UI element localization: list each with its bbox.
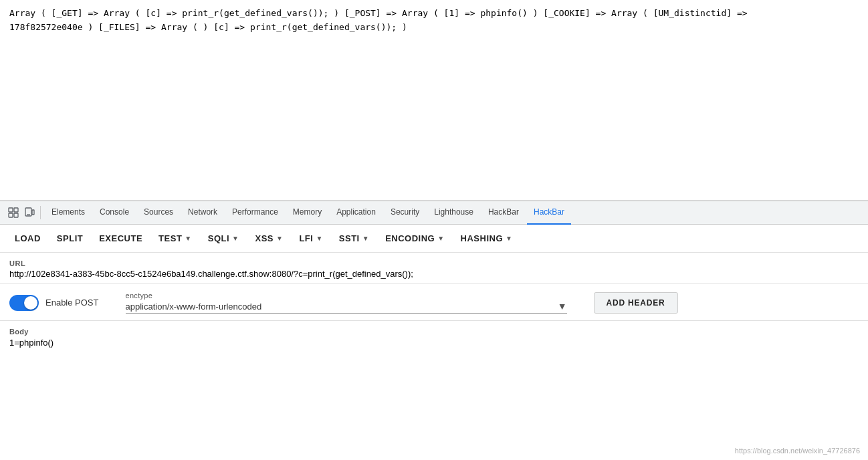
load-button[interactable]: LOAD xyxy=(7,229,49,247)
hashing-arrow: ▼ xyxy=(506,235,512,242)
tab-sources[interactable]: Sources xyxy=(137,201,180,225)
svg-rect-1 xyxy=(14,208,18,212)
enctype-dropdown-arrow[interactable]: ▼ xyxy=(558,301,567,312)
inspect-icon[interactable] xyxy=(7,206,20,219)
enable-post-label: Enable POST xyxy=(45,298,99,308)
output-line1: Array ( [_GET] => Array ( [c] => print_r… xyxy=(9,8,748,18)
enctype-section: enctype application/x-www-form-urlencode… xyxy=(126,292,567,314)
url-value[interactable]: http://102e8341-a383-45bc-8cc5-c1524e6ba… xyxy=(9,269,859,279)
main-content-area: Array ( [_GET] => Array ( [c] => print_r… xyxy=(0,0,868,201)
enctype-label: enctype xyxy=(126,292,567,300)
sqli-button[interactable]: SQLI ▼ xyxy=(200,229,247,247)
tab-lighthouse[interactable]: Lighthouse xyxy=(427,201,480,225)
xss-arrow: ▼ xyxy=(276,235,283,242)
encoding-button[interactable]: ENCODING ▼ xyxy=(377,229,452,247)
svg-rect-2 xyxy=(9,213,13,217)
encoding-arrow: ▼ xyxy=(437,235,444,242)
tab-application[interactable]: Application xyxy=(330,201,383,225)
sqli-arrow: ▼ xyxy=(232,235,239,242)
enctype-select[interactable]: application/x-www-form-urlencoded multip… xyxy=(126,302,558,312)
tab-memory[interactable]: Memory xyxy=(286,201,328,225)
enable-post-toggle-wrap: Enable POST xyxy=(9,295,99,311)
ssti-button[interactable]: SSTI ▼ xyxy=(331,229,377,247)
ssti-arrow: ▼ xyxy=(362,235,369,242)
devtools-icons xyxy=(3,206,41,219)
hashing-button[interactable]: HASHING ▼ xyxy=(453,229,521,247)
tab-hackbar-1[interactable]: HackBar xyxy=(481,201,526,225)
enctype-select-wrap: application/x-www-form-urlencoded multip… xyxy=(126,301,567,314)
url-label: URL xyxy=(9,259,859,267)
tab-performance[interactable]: Performance xyxy=(225,201,285,225)
add-header-button[interactable]: ADD HEADER xyxy=(594,292,678,314)
url-section: URL http://102e8341-a383-45bc-8cc5-c1524… xyxy=(0,253,868,283)
tab-security[interactable]: Security xyxy=(384,201,426,225)
output-line2: 178f82572e040e ) [_FILES] => Array ( ) [… xyxy=(9,22,407,32)
body-label: Body xyxy=(9,328,859,336)
test-arrow: ▼ xyxy=(185,235,191,242)
tab-console[interactable]: Console xyxy=(93,201,136,225)
post-section: Enable POST enctype application/x-www-fo… xyxy=(0,283,868,321)
svg-rect-3 xyxy=(14,213,18,217)
svg-rect-0 xyxy=(9,208,13,212)
body-value[interactable]: 1=phpinfo() xyxy=(9,338,859,348)
devtools-tabbar: Elements Console Sources Network Perform… xyxy=(0,201,868,225)
test-button[interactable]: TEST ▼ xyxy=(150,229,200,247)
svg-rect-5 xyxy=(32,210,34,215)
body-section: Body 1=phpinfo() xyxy=(0,321,868,354)
lfi-button[interactable]: LFI ▼ xyxy=(291,229,330,247)
tab-network[interactable]: Network xyxy=(181,201,224,225)
tab-elements[interactable]: Elements xyxy=(45,201,92,225)
hackbar-toolbar: LOAD SPLIT EXECUTE TEST ▼ SQLI ▼ XSS ▼ L… xyxy=(0,225,868,253)
tab-hackbar-2[interactable]: HackBar xyxy=(527,201,571,225)
split-button[interactable]: SPLIT xyxy=(49,229,91,247)
lfi-arrow: ▼ xyxy=(316,235,322,242)
enable-post-toggle[interactable] xyxy=(9,295,39,311)
xss-button[interactable]: XSS ▼ xyxy=(247,229,291,247)
output-text: Array ( [_GET] => Array ( [c] => print_r… xyxy=(9,7,859,35)
execute-button[interactable]: EXECUTE xyxy=(91,229,150,247)
device-icon[interactable] xyxy=(23,206,36,219)
